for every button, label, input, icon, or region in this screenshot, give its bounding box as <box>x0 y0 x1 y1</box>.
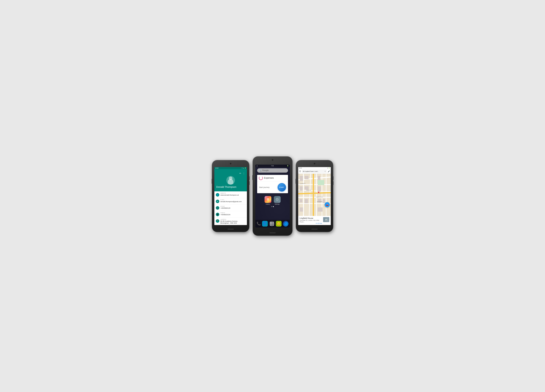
start-button[interactable]: START <box>278 183 286 192</box>
phone-maps: 09:05 ▲ 🔋 ☰ 89 Lingfield Tower, Lond... … <box>296 160 333 232</box>
settings-label: Settings <box>275 203 280 205</box>
phone-home: ▲ 7:44 🔋 🔍 Google Expenses <box>253 156 292 236</box>
status-time-home: 7:44 <box>271 165 274 167</box>
contacts-screen: 10:18 ▼ ▲ 🔋 ✏ ⋮ <box>214 167 247 225</box>
website-field[interactable]: 🌐 WEBSITE www.donald-thompson.uk <box>214 191 247 198</box>
app-dock: 📞 👤 😊 <box>255 220 290 228</box>
street-label-3: Borough Rd <box>317 201 322 202</box>
place-thumbnail: 🏢 <box>323 217 329 222</box>
place-name: Lingfield House <box>300 217 322 219</box>
maps-status-icons: ▲ 🔋 <box>327 168 330 168</box>
map-pin <box>318 191 320 194</box>
maps-top-bar: ☰ 89 Lingfield Tower, Lond... ✕ 🎤 <box>298 169 331 174</box>
address-icon: 📍 <box>216 219 219 223</box>
contact-name: Donald Thompson <box>216 186 245 188</box>
widget-header: Expenses <box>257 175 288 181</box>
clear-search-icon[interactable]: ✕ <box>324 170 326 172</box>
dock-globe[interactable]: 🌐 <box>283 221 288 227</box>
page-dots <box>255 205 290 208</box>
phone-icon: 📞 <box>216 206 219 210</box>
power-button-center[interactable] <box>252 175 253 180</box>
contacts-icon: 👤 <box>263 222 266 225</box>
search-placeholder: Google <box>262 169 269 172</box>
phone-label: PHONE <box>221 206 245 207</box>
contact-details: 🌐 WEBSITE www.donald-thompson.uk ✉ E MAI… <box>214 191 247 225</box>
dock-phone[interactable]: 📞 <box>257 222 261 226</box>
maps-screen: 09:05 ▲ 🔋 ☰ 89 Lingfield Tower, Lond... … <box>298 167 331 225</box>
dock-messenger[interactable]: 😊 <box>276 221 282 227</box>
gallery-label: Gallery <box>266 203 270 205</box>
home-screen: ▲ 7:44 🔋 🔍 Google Expenses <box>255 165 290 228</box>
street-label-1: Lancaster St <box>300 183 305 184</box>
expenses-widget: Expenses Start journey START <box>257 175 288 193</box>
status-icons-right: 🔋 <box>287 165 288 167</box>
website-value: www.donald-thompson.uk <box>221 194 245 196</box>
phone-call-icon: 📞 <box>257 222 261 225</box>
power-button-right[interactable] <box>296 179 296 184</box>
volume-up-button[interactable] <box>249 176 250 180</box>
search-icon: 🔍 <box>259 169 261 172</box>
gallery-icon: 🖼 <box>265 196 271 203</box>
signal-icon: ▲ <box>243 168 244 169</box>
email-label: E MAIL <box>221 199 245 200</box>
maps-status-time: 09:05 <box>299 168 302 169</box>
app-grid: 🖼 Gallery ⚙ Settings <box>255 194 290 205</box>
more-icon[interactable]: ⋮ <box>243 172 245 175</box>
phone-field[interactable]: 📞 PHONE +4045684120 <box>214 205 247 211</box>
settings-app[interactable]: ⚙ Settings <box>274 196 281 205</box>
dock-apps[interactable] <box>269 221 275 227</box>
wifi-icon: ▼ <box>242 168 243 169</box>
volume-up-button-right[interactable] <box>333 176 334 180</box>
address-field[interactable]: 📍 ADDRESS 82-85 Academy Avenue, Birmingh… <box>214 218 247 225</box>
map-view[interactable]: Lingfield House Lancaster St Webber St B… <box>298 174 331 216</box>
maps-search-field[interactable]: 89 Lingfield Tower, Lond... ✕ <box>302 170 327 173</box>
settings-icon-box: ⚙ <box>274 196 281 203</box>
expenses-icon <box>259 176 263 180</box>
widget-title: Expenses <box>264 177 274 179</box>
edit-icon[interactable]: ✏ <box>239 172 241 175</box>
phone-contacts: 10:18 ▼ ▲ 🔋 ✏ ⋮ <box>212 160 249 232</box>
maps-bottom-card: Lingfield House Lancaster St, London, SE… <box>298 216 331 225</box>
battery-icon: 🔋 <box>245 168 246 169</box>
mobile-label: MOBILE <box>221 212 245 213</box>
maps-search-value: 89 Lingfield Tower, Lond... <box>303 171 324 172</box>
contacts-header: 10:18 ▼ ▲ 🔋 ✏ ⋮ <box>214 167 247 191</box>
contact-avatar <box>216 176 245 185</box>
volume-down-button-right[interactable] <box>333 181 334 185</box>
email-field[interactable]: ✉ E MAIL donald.thompson@gmail.com <box>214 198 247 205</box>
mobile-icon: 📱 <box>216 213 219 216</box>
address-label: ADDRESS <box>221 219 245 220</box>
email-icon: ✉ <box>216 200 219 203</box>
mobile-field[interactable]: 📱 MOBILE +4048620104 <box>214 211 247 218</box>
page-dot-1 <box>271 206 272 207</box>
gallery-icon-inner: 🖼 <box>265 196 271 203</box>
status-icons-left: ▲ <box>257 165 258 167</box>
globe-icon: 🌐 <box>284 222 287 225</box>
messenger-icon: 😊 <box>277 222 281 225</box>
status-time: 10:18 <box>215 168 218 169</box>
mobile-value: +4048620104 <box>221 214 245 216</box>
map-place-label: Lingfield House <box>316 196 323 198</box>
building-icon: 🏢 <box>325 218 328 221</box>
microphone-icon[interactable]: 🎤 <box>328 170 330 172</box>
google-search-bar[interactable]: 🔍 Google <box>257 168 288 173</box>
volume-down-button[interactable] <box>249 181 250 185</box>
maps-signal-icon: ▲ <box>327 168 328 168</box>
navigation-fab[interactable]: 🚗 <box>325 202 330 207</box>
maps-battery-icon: 🔋 <box>328 168 330 168</box>
apps-grid-icon <box>270 222 274 225</box>
address-value: 82-85 Academy Avenue, Birmingham - B46 3… <box>221 220 245 224</box>
maps-status-bar: 09:05 ▲ 🔋 <box>298 167 331 169</box>
travel-duration: 4 h 33 min <box>316 223 322 224</box>
website-label: WEBSITE <box>221 193 245 194</box>
page-dot-2 <box>273 206 274 207</box>
power-button[interactable] <box>212 179 212 184</box>
hamburger-menu-icon[interactable]: ☰ <box>299 170 301 173</box>
email-value: donald.thompson@gmail.com <box>221 201 245 202</box>
gallery-app[interactable]: 🖼 Gallery <box>265 196 271 205</box>
gear-icon: ⚙ <box>275 197 279 202</box>
start-button-text: START <box>279 187 284 188</box>
dock-contacts[interactable]: 👤 <box>262 221 268 227</box>
street-label-2: Webber St <box>306 190 311 191</box>
status-icons: ▼ ▲ 🔋 <box>242 168 246 169</box>
